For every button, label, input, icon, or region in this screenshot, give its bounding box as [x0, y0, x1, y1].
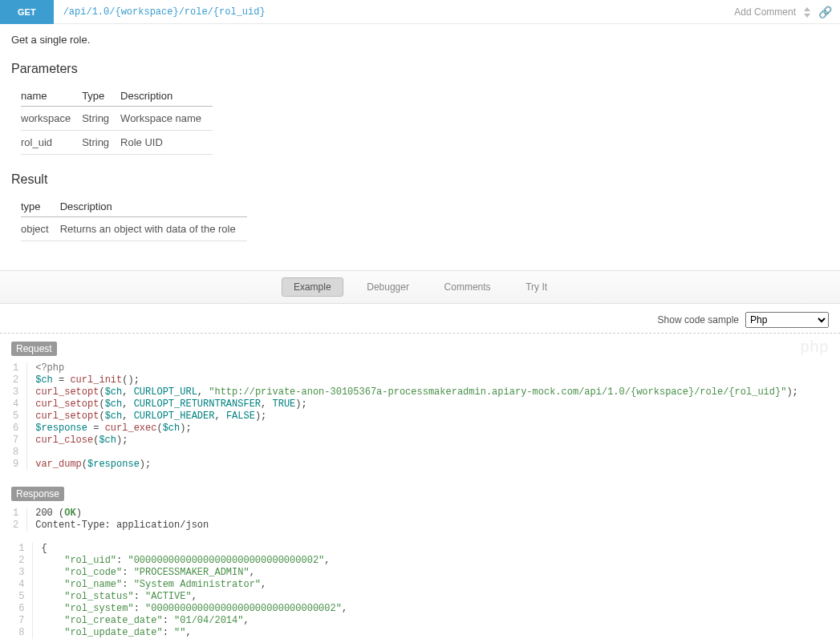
col-type: Type: [82, 86, 120, 107]
parameters-table: name Type Description workspace String W…: [21, 86, 213, 155]
parameters-heading: Parameters: [11, 62, 829, 76]
endpoint-header: GET /api/1.0/{workspace}/role/{rol_uid} …: [0, 0, 840, 24]
col-name: name: [21, 86, 82, 107]
code-tabs: Example Debugger Comments Try It: [0, 270, 840, 304]
col-description: Description: [60, 196, 247, 217]
result-desc: Returns an object with data of the role: [60, 217, 247, 241]
table-row: rol_uid String Role UID: [21, 131, 213, 155]
col-description: Description: [120, 86, 213, 107]
code-sample-label: Show code sample: [658, 314, 739, 326]
method-badge: GET: [0, 0, 54, 24]
result-table: type Description object Returns an objec…: [21, 196, 247, 241]
response-body-code: 12345678910 { "rol_uid": "00000000000000…: [0, 540, 840, 639]
endpoint-path: /api/1.0/{workspace}/role/{rol_uid}: [63, 6, 266, 18]
tab-example[interactable]: Example: [282, 277, 343, 297]
response-headers-code: 12 200 (OK)Content-Type: application/jso…: [0, 504, 840, 540]
add-comment-link[interactable]: Add Comment: [734, 6, 796, 18]
param-name: rol_uid: [21, 131, 82, 155]
col-type: type: [21, 196, 60, 217]
param-desc: Workspace name: [120, 107, 213, 131]
result-type: object: [21, 217, 60, 241]
language-watermark: php: [800, 338, 829, 357]
tab-debugger[interactable]: Debugger: [355, 278, 420, 296]
request-code: 123456789 <?php$ch = curl_init();curl_se…: [0, 359, 840, 479]
param-type: String: [82, 107, 120, 131]
result-heading: Result: [11, 172, 829, 187]
tab-comments[interactable]: Comments: [433, 278, 502, 296]
param-desc: Role UID: [120, 131, 213, 155]
permalink-icon[interactable]: 🔗: [818, 6, 832, 18]
code-sample-row: Show code sample Php: [0, 304, 840, 334]
request-label: Request: [11, 342, 57, 356]
tab-tryit[interactable]: Try It: [514, 278, 558, 296]
param-name: workspace: [21, 107, 82, 131]
endpoint-description: Get a single role.: [11, 34, 829, 46]
table-row: workspace String Workspace name: [21, 107, 213, 131]
table-row: object Returns an object with data of th…: [21, 217, 247, 241]
code-sample-select[interactable]: Php: [745, 312, 829, 328]
response-label: Response: [11, 487, 64, 501]
param-type: String: [82, 131, 120, 155]
